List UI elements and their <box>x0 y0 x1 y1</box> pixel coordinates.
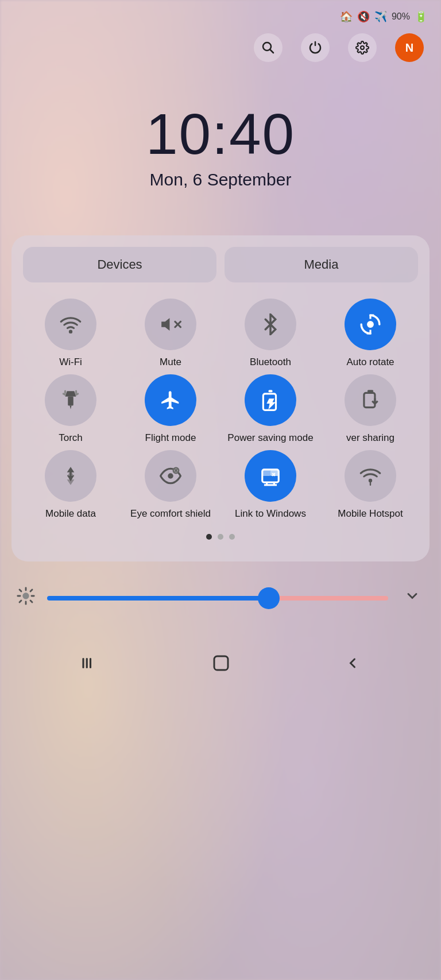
eyecomfort-icon <box>160 465 181 487</box>
mute-label: Mute <box>160 356 181 369</box>
powershare-icon <box>359 389 381 411</box>
battery-icon: 🔋 <box>415 10 427 23</box>
svg-line-35 <box>20 590 21 591</box>
powersaving-circle <box>245 374 296 426</box>
mobiledata-label: Mobile data <box>45 508 96 520</box>
toggle-autorotate[interactable]: Auto rotate <box>323 299 418 369</box>
svg-rect-23 <box>262 470 270 476</box>
airplane-icon <box>160 389 181 411</box>
mobilehotspot-label: Mobile Hotspot <box>338 508 403 520</box>
clock-time: 10:40 <box>146 102 295 165</box>
svg-line-11 <box>63 394 65 395</box>
bluetooth-icon <box>260 313 281 335</box>
brightness-slider[interactable] <box>47 596 388 601</box>
toggle-linkwindows[interactable]: Link to Windows <box>223 450 318 520</box>
svg-point-7 <box>368 321 373 327</box>
linkwindows-icon <box>260 465 281 487</box>
mute-status-icon: 🔇 <box>357 10 370 23</box>
brightness-thumb[interactable] <box>258 587 280 609</box>
toggle-torch[interactable]: Torch <box>23 374 118 444</box>
wifi-circle <box>45 299 96 350</box>
notification-initial: N <box>405 41 413 55</box>
autorotate-icon <box>359 313 381 335</box>
svg-point-3 <box>69 331 71 332</box>
linkwindows-circle <box>245 450 296 502</box>
eyecomfort-label: Eye comfort shield <box>130 508 211 520</box>
flightmode-label: Flight mode <box>145 432 196 444</box>
svg-rect-42 <box>214 656 228 670</box>
power-button[interactable] <box>301 33 330 62</box>
status-icons: 🏠 🔇 ✈️ 90% 🔋 <box>340 10 427 23</box>
hotspot-icon <box>359 465 381 487</box>
bottom-nav <box>0 634 441 699</box>
torch-icon <box>60 389 82 411</box>
bluetooth-circle <box>245 299 296 350</box>
powersaving-label: Power saving mode <box>227 432 313 444</box>
powersharing-label: ver sharing <box>346 432 394 444</box>
svg-point-18 <box>168 473 173 479</box>
toggle-powersaving[interactable]: Power saving mode <box>223 374 318 444</box>
brightness-icon <box>16 586 36 610</box>
tab-row: Devices Media <box>23 247 418 282</box>
svg-line-12 <box>76 394 78 395</box>
mobiledata-circle <box>45 450 96 502</box>
top-actions: N <box>0 28 441 68</box>
airplane-status-icon: ✈️ <box>374 10 387 23</box>
autorotate-circle <box>345 299 396 350</box>
mute-circle <box>145 299 196 350</box>
notification-button[interactable]: N <box>395 33 424 62</box>
battery-text: 90% <box>392 11 410 22</box>
linkwindows-label: Link to Windows <box>235 508 306 520</box>
toggle-mobilehotspot[interactable]: Mobile Hotspot <box>323 450 418 520</box>
quick-settings-panel: Devices Media Wi-Fi <box>11 235 430 561</box>
toggle-mobiledata[interactable]: Mobile data <box>23 450 118 520</box>
mobiledata-icon <box>60 465 82 487</box>
power-icon <box>308 41 322 55</box>
toggle-mute[interactable]: Mute <box>123 299 218 369</box>
toggle-eyecomfort[interactable]: Eye comfort shield <box>123 450 218 520</box>
brightness-expand-button[interactable] <box>400 583 425 613</box>
clock-date: Mon, 6 September <box>150 170 292 189</box>
page-dot-1[interactable] <box>206 534 212 540</box>
home-button[interactable] <box>200 648 242 682</box>
powersharing-circle <box>345 374 396 426</box>
svg-point-2 <box>361 46 364 49</box>
lock-icon: 🏠 <box>340 10 353 23</box>
svg-rect-8 <box>68 397 74 406</box>
clock-section: 10:40 Mon, 6 September <box>0 68 441 235</box>
toggle-flightmode[interactable]: Flight mode <box>123 374 218 444</box>
autorotate-label: Auto rotate <box>346 356 394 369</box>
svg-line-38 <box>20 601 21 602</box>
wifi-label: Wi-Fi <box>59 356 82 369</box>
flightmode-circle <box>145 374 196 426</box>
toggle-wifi[interactable]: Wi-Fi <box>23 299 118 369</box>
mute-icon <box>160 313 181 335</box>
media-tab[interactable]: Media <box>225 247 418 282</box>
mobilehotspot-circle <box>345 450 396 502</box>
svg-line-37 <box>30 590 32 591</box>
eyecomfort-circle <box>145 450 196 502</box>
svg-point-30 <box>22 592 29 599</box>
wifi-icon <box>60 313 82 335</box>
bluetooth-label: Bluetooth <box>250 356 291 369</box>
powersave-icon <box>260 389 281 411</box>
recents-button[interactable] <box>69 649 109 681</box>
svg-line-1 <box>270 50 274 53</box>
toggle-grid: Wi-Fi Mute Bluetooth <box>23 299 418 520</box>
torch-circle <box>45 374 96 426</box>
brightness-row <box>0 567 441 629</box>
devices-tab[interactable]: Devices <box>23 247 216 282</box>
back-button[interactable] <box>333 649 372 681</box>
svg-marker-4 <box>161 318 169 331</box>
toggle-powersharing[interactable]: ver sharing <box>323 374 418 444</box>
toggle-bluetooth[interactable]: Bluetooth <box>223 299 318 369</box>
torch-label: Torch <box>59 432 83 444</box>
page-dot-3[interactable] <box>229 534 235 540</box>
status-bar: 🏠 🔇 ✈️ 90% 🔋 <box>0 0 441 28</box>
search-icon <box>261 41 275 55</box>
page-dot-2[interactable] <box>218 534 223 540</box>
search-button[interactable] <box>254 33 283 62</box>
settings-button[interactable] <box>348 33 377 62</box>
gear-icon <box>355 41 369 55</box>
svg-line-36 <box>30 601 32 602</box>
